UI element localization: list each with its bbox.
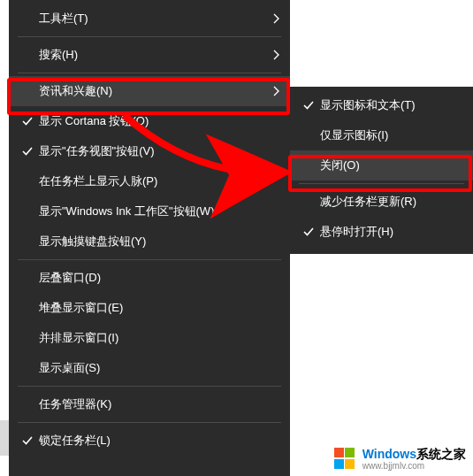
menu-item-label: 显示触摸键盘按钮(Y) xyxy=(39,234,265,250)
chevron-right-icon xyxy=(265,50,279,60)
menu-item[interactable]: 关闭(O) xyxy=(290,150,473,180)
menu-separator xyxy=(18,259,281,260)
logo-square xyxy=(345,459,355,469)
menu-item-label: 层叠窗口(D) xyxy=(39,270,265,286)
menu-item[interactable]: 并排显示窗口(I) xyxy=(9,323,290,353)
menu-item[interactable]: 锁定任务栏(L) xyxy=(9,426,290,456)
menu-item[interactable]: 显示"任务视图"按钮(V) xyxy=(9,136,290,166)
menu-item[interactable]: 在任务栏上显示人脉(P) xyxy=(9,166,290,196)
checkmark-icon xyxy=(16,116,39,127)
chevron-right-icon xyxy=(265,86,279,96)
menu-item[interactable]: 层叠窗口(D) xyxy=(9,263,290,293)
menu-separator xyxy=(18,386,281,387)
menu-separator xyxy=(18,36,281,37)
menu-item[interactable]: 仅显示图标(I) xyxy=(290,120,473,150)
watermark: Windows系统之家 www.bjjmlv.com xyxy=(334,448,466,471)
news-interests-submenu: 显示图标和文本(T)仅显示图标(I)关闭(O)减少任务栏更新(R)悬停时打开(H… xyxy=(290,87,473,254)
checkmark-icon xyxy=(297,226,320,237)
menu-item-label: 显示"任务视图"按钮(V) xyxy=(39,143,265,159)
menu-item-label: 搜索(H) xyxy=(39,47,265,63)
taskbar-context-menu: 工具栏(T)搜索(H)资讯和兴趣(N)显示 Cortana 按钮(O)显示"任务… xyxy=(9,0,290,476)
checkmark-icon xyxy=(16,435,39,446)
menu-item[interactable]: 搜索(H) xyxy=(9,40,290,70)
menu-item-label: 显示桌面(S) xyxy=(39,360,265,376)
logo-square xyxy=(334,448,344,457)
menu-item[interactable]: 显示 Cortana 按钮(O) xyxy=(9,106,290,136)
menu-item-label: 悬停时打开(H) xyxy=(320,224,448,240)
checkmark-icon xyxy=(16,146,39,157)
menu-item[interactable]: 工具栏(T) xyxy=(9,4,290,34)
left-gray-strip xyxy=(0,420,9,456)
watermark-url: www.bjjmlv.com xyxy=(362,461,466,471)
menu-item-label: 仅显示图标(I) xyxy=(320,127,448,143)
menu-item[interactable]: 资讯和兴趣(N) xyxy=(9,76,290,106)
menu-item[interactable]: 悬停时打开(H) xyxy=(290,217,473,247)
menu-item-label: 锁定任务栏(L) xyxy=(39,433,265,449)
menu-item-label: 堆叠显示窗口(E) xyxy=(39,300,265,316)
watermark-title: Windows系统之家 xyxy=(362,448,466,461)
menu-item-label: 并排显示窗口(I) xyxy=(39,330,265,346)
chevron-right-icon xyxy=(265,13,279,24)
menu-item-label: 减少任务栏更新(R) xyxy=(320,194,448,210)
logo-square xyxy=(334,459,344,469)
menu-item-label: 显示图标和文本(T) xyxy=(320,97,448,113)
menu-item[interactable]: 显示"Windows Ink 工作区"按钮(W) xyxy=(9,196,290,226)
menu-item-label: 显示 Cortana 按钮(O) xyxy=(39,113,265,129)
menu-item[interactable]: 显示图标和文本(T) xyxy=(290,90,473,120)
menu-item-label: 任务管理器(K) xyxy=(39,396,265,412)
logo-square xyxy=(345,448,355,457)
menu-item[interactable]: 任务管理器(K) xyxy=(9,389,290,419)
menu-item-label: 工具栏(T) xyxy=(39,11,265,27)
menu-item-label: 显示"Windows Ink 工作区"按钮(W) xyxy=(39,203,265,219)
menu-item-label: 资讯和兴趣(N) xyxy=(39,83,265,99)
menu-item[interactable]: 堆叠显示窗口(E) xyxy=(9,293,290,323)
windows-logo-icon xyxy=(334,448,357,471)
menu-item-label: 在任务栏上显示人脉(P) xyxy=(39,173,265,189)
menu-item-label: 关闭(O) xyxy=(320,157,448,173)
menu-separator xyxy=(18,73,281,73)
menu-item[interactable]: 显示触摸键盘按钮(Y) xyxy=(9,226,290,257)
menu-separator xyxy=(299,183,464,184)
menu-item[interactable]: 显示桌面(S) xyxy=(9,353,290,383)
menu-separator xyxy=(18,422,281,423)
checkmark-icon xyxy=(297,100,320,111)
menu-item[interactable]: 减少任务栏更新(R) xyxy=(290,187,473,217)
